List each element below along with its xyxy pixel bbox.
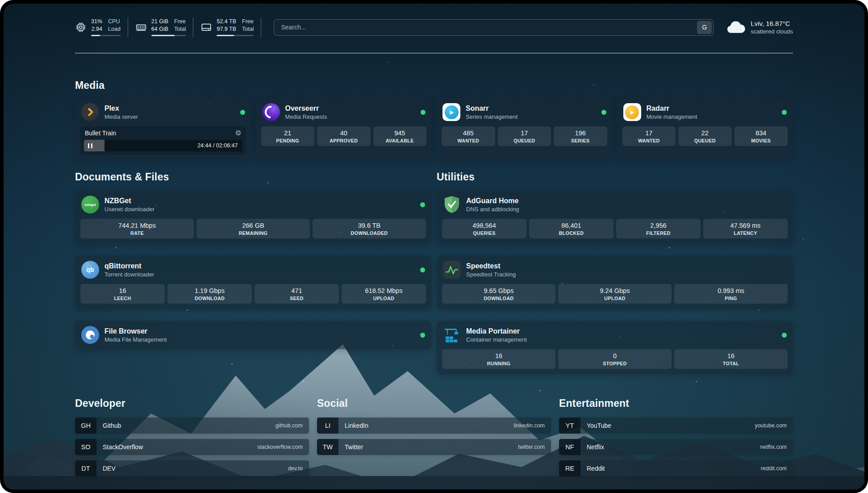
overseerr-icon [262,103,280,121]
bookmark-name: DEV [96,465,116,472]
service-subtitle: Media File Management [104,336,167,343]
service-subtitle: Series management [466,113,517,120]
service-subtitle: DNS and adblocking [466,206,519,213]
status-dot [420,202,425,207]
status-dot [601,110,606,115]
bookmark-netflix[interactable]: NF Netflix netflix.com [559,439,793,455]
bookmark-linkedin[interactable]: LI LinkedIn linkedin.com [317,418,551,434]
disk-total-label: Total [242,26,254,33]
cpu-widget: 31% CPU 2.94 Load [75,17,128,37]
service-card-overseerr[interactable]: Overseerr Media Requests 21PENDING 40APP… [256,98,432,160]
bookmark-youtube[interactable]: YT YouTube youtube.com [559,418,793,434]
plex-icon [81,103,99,121]
speedtest-icon [443,261,461,279]
section-title-documents: Documents & Files [75,171,431,183]
pause-icon[interactable] [88,143,92,148]
bookmark-stackoverflow[interactable]: SO StackOverflow stackoverflow.com [75,439,309,455]
stat-box: 196SERIES [554,126,607,146]
stat-box: 834MOVIES [734,126,788,146]
bookmark-abbr: LI [317,418,338,434]
service-name: Plex [104,104,138,113]
status-dot [782,333,787,338]
weather-widget[interactable]: Lviv, 16.87°C scattered clouds [726,20,793,35]
bookmark-name: Netflix [580,443,604,451]
stat-box: 744.21 MbpsRATE [80,219,194,238]
service-subtitle: Movie management [647,113,697,120]
radarr-icon: ▶ [623,103,641,121]
stat-box: 266 GBREMAINING [196,219,310,238]
bookmark-url: github.com [275,422,309,429]
service-card-radarr[interactable]: ▶ Radarr Movie management 17WANTED 22QUE… [617,98,793,160]
header-divider [75,53,793,54]
cpu-percent: 31% [91,18,102,25]
entertainment-bookmarks: Entertainment YT YouTube youtube.com NF … [559,397,793,482]
stat-box: 16LEECH [80,284,165,304]
bookmark-twitter[interactable]: TW Twitter twitter.com [317,439,551,455]
sonarr-icon: ▶ [442,103,460,121]
stat-box: 0STOPPED [558,349,672,369]
service-card-adguard[interactable]: AdGuard Home DNS and adblocking 498,564Q… [437,190,793,244]
stat-box: 86,401BLOCKED [529,219,613,238]
bookmark-abbr: YT [559,418,580,434]
social-bookmarks: Social LI LinkedIn linkedin.com TW Twitt… [317,397,551,482]
disk-icon [200,21,212,33]
service-stats: 485WANTED 17QUEUED 196SERIES [436,126,613,151]
disk-bar [217,35,254,36]
service-card-sonarr[interactable]: ▶ Sonarr Series management 485WANTED 17Q… [436,98,613,160]
bookmark-dev[interactable]: DT DEV dev.to [75,460,309,476]
service-stats: 16RUNNING 0STOPPED 16TOTAL [437,349,793,374]
dashboard-window: 31% CPU 2.94 Load [0,0,868,493]
section-title-entertainment: Entertainment [559,397,793,409]
service-card-plex[interactable]: Plex Media server Bullet Train ⚙ [75,98,251,160]
stat-box: 47.569 msLATENCY [703,219,788,238]
disk-widget: 52.4 TB Free 97.9 TB Total [200,17,261,37]
bookmark-name: StackOverflow [96,443,143,451]
bookmark-name: YouTube [580,422,611,429]
service-card-speedtest[interactable]: Speedtest Speedtest Tracking 9.65 GbpsDO… [437,255,793,309]
section-title-utilities: Utilities [437,171,793,183]
playback-progress-bar[interactable]: 24:44 / 02:06:47 [84,140,242,151]
service-card-portainer[interactable]: Media Portainer Container management 16R… [437,321,793,374]
cpu-bar [91,35,121,36]
disk-total-value: 97.9 TB [217,26,236,33]
bookmark-abbr: NF [559,439,580,455]
stat-box: 16TOTAL [674,349,788,369]
service-card-nzbget[interactable]: nzbget NZBGet Usenet downloader 744.21 M… [75,190,431,244]
status-dot [782,110,787,115]
memory-total-value: 64 GiB [151,26,168,33]
service-card-qbittorrent[interactable]: qb qBittorrent Torrent downloader 16LEEC… [75,255,431,309]
middle-columns: Documents & Files nzbget NZBGet Usenet d… [75,171,793,374]
cpu-load-value: 2.94 [92,26,102,33]
bookmark-reddit[interactable]: RE Reddit reddit.com [559,460,793,476]
portainer-icon [443,326,461,344]
bookmark-name: Github [96,422,121,429]
service-name: Radarr [647,104,697,113]
service-name: Media Portainer [466,327,527,335]
filebrowser-icon [81,326,99,344]
status-dot [421,110,426,115]
playback-progress-fill [84,140,104,151]
qbittorrent-icon: qb [81,261,99,279]
developer-bookmarks: Developer GH Github github.com SO StackO… [75,397,309,482]
bookmark-abbr: GH [75,418,96,434]
stat-box: 40APPROVED [317,126,371,146]
adguard-icon [443,196,461,213]
service-subtitle: Torrent downloader [104,271,154,278]
memory-widget: 21 GiB Free 64 GiB Total [135,17,194,37]
cpu-load-label: Load [108,26,121,33]
search-engine-button[interactable]: G [697,21,712,34]
service-subtitle: Container management [466,336,527,343]
stat-box: 498,564QUERIES [442,219,526,238]
bookmarks-area: Developer GH Github github.com SO StackO… [75,397,793,482]
service-name: qBittorrent [104,262,154,270]
service-stats: 21PENDING 40APPROVED 945AVAILABLE [256,126,432,151]
cpu-icon [75,21,87,33]
service-card-filebrowser[interactable]: File Browser Media File Management [75,321,431,349]
bookmark-github[interactable]: GH Github github.com [75,418,309,434]
dashboard-ui: 31% CPU 2.94 Load [4,4,864,489]
service-name: Sonarr [466,104,517,113]
disk-free-value: 52.4 TB [217,18,236,25]
settings-gear-icon[interactable]: ⚙ [235,130,241,137]
stat-box: 0.993 msPING [674,284,788,304]
search-input[interactable] [275,21,697,34]
